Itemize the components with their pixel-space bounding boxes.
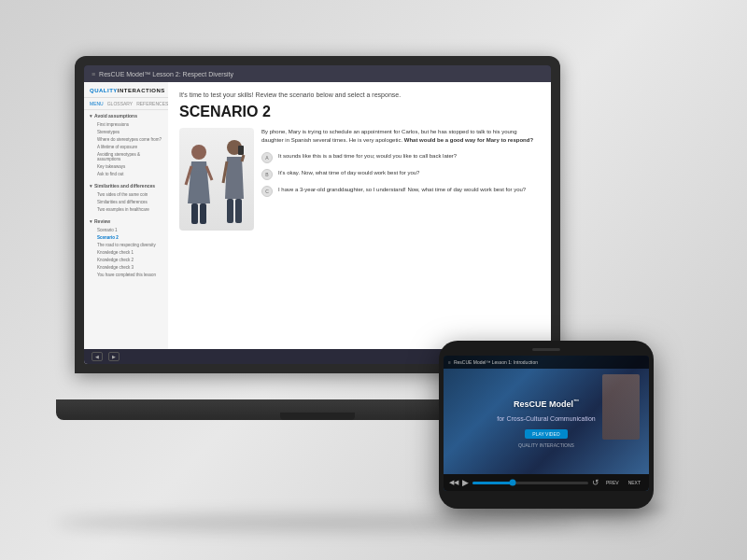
sidebar-item-first-impressions[interactable]: First impressions: [90, 120, 162, 128]
section-title-3: ▾Review: [90, 218, 162, 224]
sidebar-item-kc1[interactable]: Knowledge check 1: [90, 248, 162, 256]
sidebar-item-similarities[interactable]: Similarities and differences: [90, 198, 162, 205]
phone-video-title: ResCUE Model: [514, 399, 573, 409]
scenario-desc: By phone, Mary is trying to schedule an …: [261, 128, 540, 145]
scene: ≡ ResCUE Model™ Lesson 2: Respect Divers…: [0, 0, 747, 560]
answer-option-a[interactable]: A It sounds like this is a bad time for …: [261, 152, 540, 163]
phone-controls: ◀◀ ▶ ↺ PREV NEXT: [444, 474, 649, 491]
sidebar-item-road[interactable]: The road to respecting diversity: [90, 241, 162, 248]
laptop-titlebar: ≡ ResCUE Model™ Lesson 2: Respect Divers…: [84, 65, 551, 82]
scenario-text: By phone, Mary is trying to schedule an …: [261, 128, 540, 231]
svg-point-0: [191, 145, 206, 160]
svg-rect-9: [227, 199, 233, 223]
phone-refresh-btn[interactable]: ↺: [592, 478, 599, 487]
phone-play-btn[interactable]: ▶: [462, 478, 469, 487]
phone-titlebar-text: ResCUE Model™ Lesson 1: Introduction: [454, 359, 538, 365]
main-content: It's time to test your skills! Review th…: [168, 82, 551, 364]
sidebar-nav: MENU GLOSSARY REFERENCES: [84, 98, 168, 110]
screen-body: QUALITYINTERACTIONS MENU GLOSSARY REFERE…: [84, 82, 551, 364]
sidebar-item-two-sides[interactable]: Two sides of the same coin: [90, 190, 162, 198]
logo-quality: QUALITY: [90, 88, 118, 93]
sidebar-logo: QUALITYINTERACTIONS: [84, 82, 168, 98]
phone-volume-btn[interactable]: ◀◀: [449, 479, 458, 486]
phone-titlebar: ≡ ResCUE Model™ Lesson 1: Introduction: [444, 356, 649, 369]
sidebar-item-kc3[interactable]: Knowledge check 3: [90, 263, 162, 271]
sidebar-item-lifetime[interactable]: A lifetime of exposure: [90, 143, 162, 150]
sidebar-item-takeaways[interactable]: Key takeaways: [90, 162, 162, 170]
section-avoid-assumptions: ▾Avoid assumptions First impressions Ste…: [84, 110, 168, 180]
section-title-2: ▾Similarities and differences: [90, 183, 162, 189]
figure-man: [219, 138, 249, 231]
laptop-shadow: [56, 513, 579, 532]
svg-rect-3: [191, 203, 198, 224]
phone-screen: ≡ ResCUE Model™ Lesson 1: Introduction R…: [444, 356, 649, 491]
nav-glossary[interactable]: GLOSSARY: [107, 101, 133, 106]
phone-cta-btn[interactable]: PLAY VIDEO: [525, 429, 567, 439]
answer-circle-c: C: [261, 186, 273, 197]
section-review: ▾Review Scenario 1 Scenario 2 The road t…: [84, 216, 168, 281]
sidebar-item-scenario2[interactable]: Scenario 2: [90, 233, 162, 241]
phone-subtitle: for Cross-Cultural Communication: [497, 414, 595, 423]
figure-placeholder: [179, 128, 254, 231]
sidebar-item-avoiding[interactable]: Avoiding stereotypes & assumptions: [90, 150, 162, 162]
logo-interactions: INTERACTIONS: [118, 88, 165, 93]
figure-woman: [184, 143, 214, 231]
answer-option-c[interactable]: C I have a 3-year-old granddaughter, so …: [261, 186, 540, 197]
sidebar-item-two-examples[interactable]: Two examples in healthcare: [90, 205, 162, 213]
svg-rect-10: [235, 199, 242, 223]
phone-prev-btn[interactable]: PREV: [603, 479, 622, 486]
sidebar-item-ask[interactable]: Ask to find out: [90, 170, 162, 177]
content-intro: It's time to test your skills! Review th…: [179, 91, 540, 98]
phone: ≡ ResCUE Model™ Lesson 1: Introduction R…: [439, 341, 654, 509]
answer-text-a: It sounds like this is a bad time for yo…: [278, 152, 457, 160]
phone-main-title: ResCUE Model™: [497, 399, 595, 411]
phone-logo: QUALITY INTERACTIONS: [497, 442, 595, 448]
section-title-1: ▾Avoid assumptions: [90, 113, 162, 119]
sidebar-item-scenario1[interactable]: Scenario 1: [90, 226, 162, 233]
answer-text-c: I have a 3-year-old granddaughter, so I …: [278, 186, 526, 193]
phone-content-text: ResCUE Model™ for Cross-Cultural Communi…: [483, 399, 609, 448]
phone-video-bg: ResCUE Model™ for Cross-Cultural Communi…: [444, 356, 649, 491]
progress-dot: [510, 480, 516, 486]
progress-bar[interactable]: [472, 482, 588, 484]
nav-menu[interactable]: MENU: [90, 101, 104, 106]
laptop-screen: ≡ ResCUE Model™ Lesson 2: Respect Divers…: [84, 65, 551, 364]
logo-text: QUALITYINTERACTIONS: [90, 88, 162, 93]
phone-frame: ≡ ResCUE Model™ Lesson 1: Introduction R…: [439, 341, 654, 509]
answer-circle-a: A: [261, 152, 273, 163]
sidebar-item-completed[interactable]: You have completed this lesson: [90, 271, 162, 278]
sidebar-item-stereotypes[interactable]: Stereotypes: [90, 128, 162, 135]
sidebar-item-kc2[interactable]: Knowledge check 2: [90, 256, 162, 263]
phone-tm: ™: [573, 399, 579, 404]
section-similarities: ▾Similarities and differences Two sides …: [84, 180, 168, 216]
answer-circle-b: B: [261, 169, 273, 180]
svg-rect-4: [200, 203, 206, 224]
scenario-body: By phone, Mary is trying to schedule an …: [179, 128, 540, 231]
progress-fill: [472, 482, 513, 484]
svg-rect-6: [238, 146, 244, 155]
answer-option-b[interactable]: B It's okay. Now, what time of day would…: [261, 169, 540, 180]
scenario-figures: [179, 128, 254, 231]
phone-speaker: [532, 348, 560, 351]
laptop-lid: ≡ ResCUE Model™ Lesson 2: Respect Divers…: [75, 56, 560, 373]
laptop-titlebar-text: ResCUE Model™ Lesson 2: Respect Diversit…: [99, 71, 233, 77]
sidebar-item-where-stereotypes[interactable]: Where do stereotypes come from?: [90, 135, 162, 143]
scenario-title: SCENARIO 2: [179, 104, 540, 120]
phone-next-btn[interactable]: NEXT: [626, 479, 643, 486]
sidebar: QUALITYINTERACTIONS MENU GLOSSARY REFERE…: [84, 82, 168, 364]
nav-references[interactable]: REFERENCES: [136, 101, 168, 106]
answer-text-b: It's okay. Now, what time of day would w…: [278, 169, 419, 176]
scenario-question: What would be a good way for Mary to res…: [404, 137, 533, 143]
svg-line-7: [242, 155, 244, 161]
